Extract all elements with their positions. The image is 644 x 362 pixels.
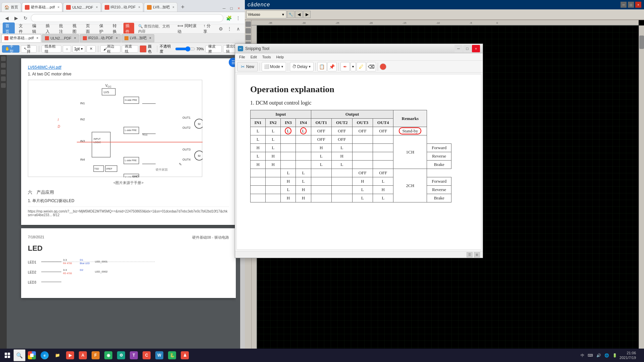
tab-close-btn4[interactable]: ×: [172, 5, 174, 9]
tray-battery[interactable]: 🔋: [611, 353, 618, 358]
pdf-content[interactable]: LV6548MC-AH.pdf 1. At two DC motor drive…: [0, 55, 245, 351]
browser-tab-pdf4[interactable]: LV8...加吧 ×: [144, 2, 177, 12]
snip-menu-tools[interactable]: Tools: [260, 54, 274, 60]
snipping-minimize[interactable]: ─: [454, 45, 463, 52]
menu-search[interactable]: 🔍 查找功能、文档内容: [136, 23, 173, 35]
cadence-minimize[interactable]: ─: [621, 2, 627, 8]
snip-menu-help[interactable]: Help: [273, 54, 286, 60]
snipping-pen-btn[interactable]: ✒: [340, 62, 350, 71]
pdf-scroll-area[interactable]: LV6548MC-AH.pdf 1. At two DC motor drive…: [11, 55, 236, 351]
pdf-more-btn[interactable]: ⋮: [225, 25, 233, 33]
taskbar-app-4[interactable]: ◉: [102, 349, 114, 361]
close-btn[interactable]: ×: [235, 5, 242, 12]
url-input[interactable]: [31, 14, 223, 22]
search-button[interactable]: 🔍: [13, 349, 25, 361]
taskbar-app-3[interactable]: F: [90, 349, 102, 361]
pdf-tab-close-1[interactable]: ×: [37, 36, 39, 40]
pdf-tab-1[interactable]: 硬件基础....pdf ×: [1, 34, 41, 42]
eraser-btn[interactable]: ✕: [87, 45, 96, 53]
taskbar-app-8[interactable]: W: [153, 349, 165, 361]
menu-protect[interactable]: 保护: [97, 22, 109, 35]
line-btn[interactable]: 画直线: [122, 45, 138, 53]
tray-keyboard[interactable]: ⌨: [587, 353, 594, 358]
new-tab-button[interactable]: +: [178, 2, 187, 12]
taskbar-app-6[interactable]: T: [128, 349, 140, 361]
cad-sidebar-icon-3[interactable]: [246, 35, 251, 40]
pdf-settings-btn[interactable]: ⚙: [217, 25, 225, 33]
taskbar-app-10[interactable]: ♟: [179, 349, 191, 361]
browser-tab-pdf2[interactable]: ULN2....PDF ×: [63, 2, 101, 12]
snipping-mode-btn[interactable]: ⬜ Mode ▼: [262, 62, 286, 71]
sidebar-icon-1[interactable]: [1, 56, 6, 61]
tray-lang[interactable]: 中: [580, 353, 585, 358]
cadence-close[interactable]: ×: [635, 2, 641, 8]
snip-menu-edit[interactable]: Edit: [248, 54, 260, 60]
size-selector[interactable]: 1pt ▼: [72, 45, 85, 53]
tray-clock[interactable]: 21:06 2021/7/19: [620, 351, 636, 360]
cad-sidebar-icon-2[interactable]: [246, 28, 251, 34]
menu-convert[interactable]: 转换: [110, 22, 122, 35]
sidebar-icon-2[interactable]: [1, 63, 6, 68]
menu-btn[interactable]: ⋮: [234, 14, 242, 22]
taskbar-app-explorer[interactable]: 📁: [51, 349, 63, 361]
restore-btn[interactable]: □: [228, 5, 235, 12]
pdf-tab-2[interactable]: ULN2....PDF ×: [42, 34, 79, 42]
taskbar-app-2[interactable]: A: [77, 349, 89, 361]
snipping-new-btn[interactable]: ✂ New: [237, 62, 258, 71]
tab-close-btn[interactable]: ×: [58, 5, 60, 9]
snipping-maximize[interactable]: □: [463, 45, 471, 52]
tray-network[interactable]: 🌐: [603, 353, 610, 358]
select-tool-btn[interactable]: ↖ 选择: [21, 45, 37, 53]
pdf-chevron-btn[interactable]: ∧: [234, 25, 242, 33]
taskbar-app-5[interactable]: ⚙: [115, 349, 127, 361]
view-grid-btn[interactable]: ⊞: [474, 252, 480, 257]
line-style-btn[interactable]: 线条粗细: [42, 45, 61, 53]
menu-view[interactable]: 视图: [70, 22, 82, 35]
menu-annotate[interactable]: 批注: [56, 22, 68, 35]
tray-sound[interactable]: 🔊: [595, 353, 602, 358]
menu-edit[interactable]: 编辑: [30, 22, 42, 35]
canvas-vscroll-thumb[interactable]: [639, 36, 644, 49]
browser-tab-pdf1[interactable]: 硬件基础....pdf ×: [22, 2, 62, 12]
cad-nav-left[interactable]: ◀: [295, 11, 303, 18]
taskbar-app-edge[interactable]: e: [39, 349, 51, 361]
menu-page[interactable]: 页面: [83, 22, 95, 35]
snipping-copy-btn[interactable]: 📋: [317, 62, 327, 71]
taskbar-app-1[interactable]: ▶: [64, 349, 76, 361]
pdf-tab-close-2[interactable]: ×: [74, 36, 76, 40]
circle-btn[interactable]: ○: [63, 45, 71, 53]
menu-insert[interactable]: 插入: [43, 22, 55, 35]
sidebar-icon-4[interactable]: [1, 76, 6, 81]
rubber-btn[interactable]: 橡皮擦: [205, 45, 222, 53]
opacity-slider[interactable]: [175, 46, 195, 52]
snipping-highlighter-btn[interactable]: 🖊: [357, 62, 366, 71]
cadence-dropdown-1[interactable]: Virtuoso ▼: [246, 10, 286, 18]
taskbar-app-7[interactable]: C: [141, 349, 153, 361]
pdf-tab-4[interactable]: LV8...加吧 ×: [121, 34, 154, 42]
tab-close-btn2[interactable]: ×: [96, 5, 98, 9]
hand-tool-btn[interactable]: ✋ 手型: [2, 45, 19, 53]
pdf-tab-close-4[interactable]: ×: [149, 36, 151, 40]
menu-home[interactable]: 首页: [3, 22, 15, 35]
snip-menu-file[interactable]: File: [236, 54, 248, 60]
color-swatch[interactable]: [140, 45, 147, 53]
tab-close-btn3[interactable]: ×: [138, 5, 140, 9]
canvas-vscroll[interactable]: [639, 25, 644, 357]
snipping-delay-btn[interactable]: ⏱ Delay ▼: [290, 62, 314, 71]
refresh-button[interactable]: ↻: [21, 14, 30, 22]
sidebar-icon-3[interactable]: [1, 70, 6, 74]
pdf-heading[interactable]: LV6548MC-AH.pdf: [28, 65, 229, 70]
snipping-close[interactable]: ×: [472, 45, 480, 52]
start-button[interactable]: [1, 349, 13, 361]
snipping-color-picker[interactable]: [380, 63, 386, 70]
cadence-restore[interactable]: □: [628, 2, 634, 8]
menu-share[interactable]: ↑ 分享: [201, 22, 215, 35]
snipping-pen-dropdown[interactable]: ▼: [351, 62, 356, 71]
view-list-btn[interactable]: ☰: [467, 252, 473, 257]
brush-btn[interactable]: 🖌 画边框: [100, 45, 120, 53]
browser-tab-home[interactable]: 🏠 首页: [1, 2, 21, 12]
pdf-tab-close-3[interactable]: ×: [116, 36, 118, 40]
snipping-eraser-btn[interactable]: ⌫: [367, 62, 376, 71]
browser-tab-pdf3[interactable]: IR210...动.PDF ×: [102, 2, 143, 12]
pdf-tab-3[interactable]: IR210...动.PDF ×: [80, 34, 121, 42]
